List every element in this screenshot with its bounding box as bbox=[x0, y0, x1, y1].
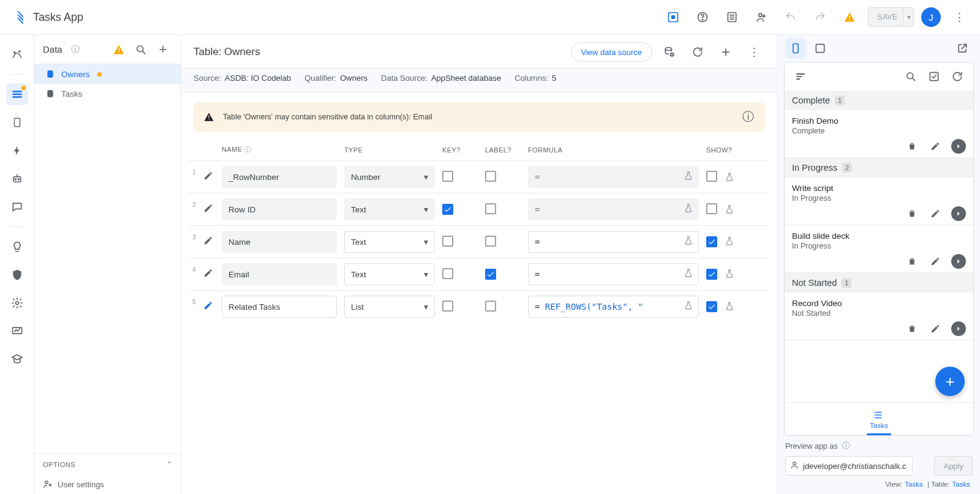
info-icon[interactable]: ⓘ bbox=[66, 40, 85, 59]
formula-field[interactable]: = bbox=[528, 198, 699, 220]
options-toggle[interactable]: OPTIONS ⌃ bbox=[34, 454, 181, 474]
checkbox[interactable] bbox=[442, 268, 453, 279]
show-flask-icon[interactable] bbox=[725, 236, 734, 246]
app-search-icon[interactable] bbox=[902, 68, 919, 85]
panel-warning-icon[interactable] bbox=[110, 40, 128, 59]
formula-field[interactable]: = bbox=[528, 263, 699, 285]
data-source-item[interactable]: Tasks bbox=[34, 84, 181, 103]
warning-info-icon[interactable]: ⓘ bbox=[741, 110, 755, 124]
checkbox[interactable] bbox=[485, 236, 496, 247]
delete-icon[interactable] bbox=[905, 139, 919, 154]
checkbox[interactable] bbox=[485, 171, 496, 182]
redo-icon[interactable] bbox=[809, 6, 831, 28]
sort-icon[interactable] bbox=[792, 68, 809, 85]
panel-search-icon[interactable] bbox=[132, 40, 150, 59]
show-flask-icon[interactable] bbox=[725, 269, 734, 279]
user-settings[interactable]: User settings bbox=[34, 474, 181, 494]
rail-security[interactable] bbox=[6, 264, 28, 286]
edit-icon[interactable] bbox=[928, 321, 943, 336]
app-refresh-icon[interactable] bbox=[949, 68, 966, 85]
table-settings-icon[interactable] bbox=[658, 41, 680, 63]
show-flask-icon[interactable] bbox=[725, 204, 734, 214]
sheet-icon[interactable] bbox=[721, 6, 743, 28]
formula-field[interactable]: = bbox=[528, 231, 699, 253]
delete-icon[interactable] bbox=[905, 321, 919, 336]
open-icon[interactable] bbox=[951, 206, 966, 221]
flask-icon[interactable] bbox=[684, 203, 693, 215]
open-icon[interactable] bbox=[951, 139, 966, 154]
column-type-select[interactable]: Text▾ bbox=[344, 231, 435, 253]
editor-overflow-icon[interactable]: ⋮ bbox=[743, 41, 765, 63]
open-external-icon[interactable] bbox=[952, 38, 973, 59]
preview-as-input[interactable] bbox=[785, 456, 913, 476]
column-name-input[interactable] bbox=[222, 166, 337, 188]
column-name-input[interactable] bbox=[222, 231, 337, 253]
device-tablet-icon[interactable] bbox=[810, 38, 831, 59]
edit-row-icon[interactable] bbox=[203, 269, 213, 280]
add-column-icon[interactable]: + bbox=[715, 41, 737, 63]
save-button[interactable]: SAVE ▾ bbox=[868, 7, 914, 27]
panel-add-icon[interactable]: + bbox=[154, 40, 172, 59]
select-all-icon[interactable] bbox=[925, 68, 943, 85]
rail-settings[interactable] bbox=[6, 292, 28, 314]
show-flask-icon[interactable] bbox=[725, 301, 734, 311]
undo-icon[interactable] bbox=[780, 6, 802, 28]
edit-icon[interactable] bbox=[928, 254, 943, 269]
rail-intelligence[interactable] bbox=[6, 236, 28, 258]
formula-field[interactable]: = REF_ROWS("Tasks", " bbox=[528, 296, 699, 318]
rail-actions[interactable] bbox=[6, 140, 28, 162]
checkbox[interactable] bbox=[706, 301, 717, 312]
warnings-icon[interactable] bbox=[839, 6, 861, 28]
column-name-input[interactable] bbox=[222, 263, 337, 285]
flask-icon[interactable] bbox=[684, 236, 693, 248]
save-dropdown-icon[interactable]: ▾ bbox=[903, 8, 911, 26]
column-type-select[interactable]: Text▾ bbox=[344, 198, 435, 220]
task-card[interactable]: Record VideoNot Started bbox=[785, 293, 973, 340]
table-link[interactable]: Tasks bbox=[952, 481, 970, 488]
task-card[interactable]: Build slide deckIn Progress bbox=[785, 225, 973, 273]
view-link[interactable]: Tasks bbox=[905, 481, 922, 488]
column-type-select[interactable]: Number▾ bbox=[344, 166, 435, 188]
column-name-input[interactable] bbox=[222, 296, 337, 318]
deploy-check-icon[interactable] bbox=[662, 6, 684, 28]
checkbox[interactable] bbox=[442, 204, 453, 215]
data-source-item[interactable]: Owners bbox=[34, 64, 181, 84]
help-icon[interactable] bbox=[692, 6, 714, 28]
flask-icon[interactable] bbox=[684, 171, 693, 183]
open-icon[interactable] bbox=[951, 254, 966, 269]
account-avatar[interactable]: J bbox=[921, 7, 941, 27]
checkbox[interactable] bbox=[706, 171, 717, 182]
checkbox[interactable] bbox=[485, 203, 496, 214]
view-data-source-button[interactable]: View data source bbox=[571, 42, 653, 62]
rail-views[interactable] bbox=[6, 111, 28, 133]
overflow-icon[interactable]: ⋮ bbox=[948, 6, 970, 28]
checkbox[interactable] bbox=[442, 171, 453, 182]
formula-field[interactable]: = bbox=[528, 166, 699, 188]
rail-automation[interactable] bbox=[6, 168, 28, 190]
column-type-select[interactable]: Text▾ bbox=[344, 263, 435, 285]
edit-icon[interactable] bbox=[928, 139, 943, 154]
flask-icon[interactable] bbox=[684, 268, 693, 280]
refresh-icon[interactable] bbox=[687, 41, 709, 63]
edit-row-icon[interactable] bbox=[203, 204, 213, 215]
rail-monitor[interactable] bbox=[6, 320, 28, 342]
fab-add[interactable]: + bbox=[935, 367, 965, 396]
checkbox[interactable] bbox=[442, 236, 453, 247]
checkbox[interactable] bbox=[706, 269, 717, 280]
task-card[interactable]: Write scriptIn Progress bbox=[785, 178, 973, 225]
flask-icon[interactable] bbox=[684, 301, 693, 313]
column-name-input[interactable] bbox=[222, 198, 337, 220]
rail-home[interactable] bbox=[6, 43, 28, 65]
edit-row-icon[interactable] bbox=[203, 237, 213, 247]
apply-button[interactable]: Apply bbox=[934, 456, 973, 476]
checkbox[interactable] bbox=[485, 301, 496, 312]
device-mobile-icon[interactable] bbox=[785, 38, 806, 59]
open-icon[interactable] bbox=[951, 321, 966, 336]
edit-row-icon[interactable] bbox=[203, 302, 213, 312]
rail-data[interactable] bbox=[6, 83, 28, 105]
rail-learn[interactable] bbox=[6, 348, 28, 370]
task-card[interactable]: Finish DemoComplete bbox=[785, 110, 973, 158]
checkbox[interactable] bbox=[706, 203, 717, 214]
checkbox[interactable] bbox=[485, 269, 496, 280]
edit-row-icon[interactable] bbox=[203, 172, 213, 182]
